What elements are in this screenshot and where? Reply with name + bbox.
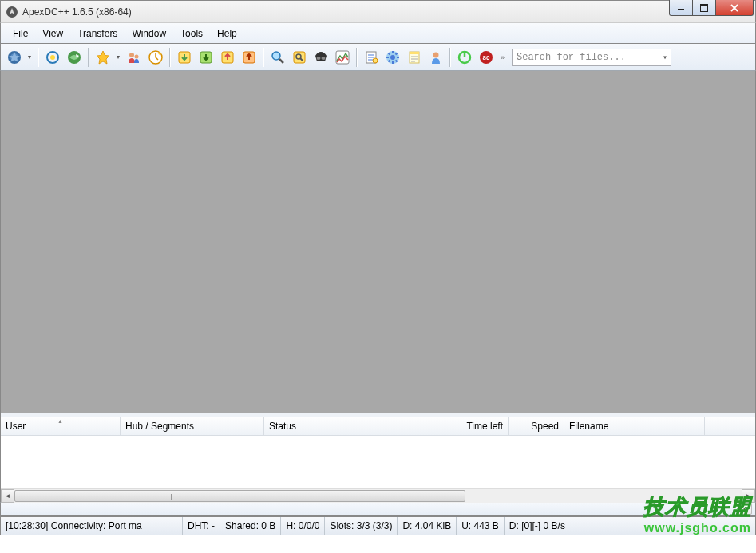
open-filelist-icon[interactable] (361, 47, 382, 68)
close-button[interactable] (715, 0, 754, 16)
svg-point-25 (390, 55, 395, 60)
svg-point-28 (433, 52, 439, 57)
search-placeholder: Search for files... (517, 52, 626, 63)
svg-point-8 (129, 53, 134, 57)
finished-uploads-icon[interactable] (239, 47, 259, 68)
network-stats-icon[interactable] (332, 47, 353, 68)
svg-rect-17 (294, 52, 305, 63)
reconnect-icon[interactable] (42, 47, 63, 68)
column-hub-segments[interactable]: Hub / Segments (121, 417, 264, 435)
menu-help[interactable]: Help (210, 25, 244, 42)
window-controls (669, 1, 755, 22)
svg-point-19 (317, 57, 321, 60)
away-icon[interactable] (425, 47, 446, 68)
status-rate: D: [0][-] 0 B/s (505, 517, 570, 535)
mdi-tab-bar: » (0, 502, 756, 516)
column-filename[interactable]: Filename (564, 417, 705, 435)
public-hubs-icon[interactable] (4, 47, 34, 68)
svg-point-23 (373, 58, 378, 63)
status-hubs: H: 0/0/0 (281, 517, 325, 535)
svg-marker-7 (97, 51, 109, 64)
status-up: U: 443 B (457, 517, 505, 535)
status-dht: DHT: - (183, 517, 220, 535)
window-title: ApexDC++ 1.6.5 (x86-64) (22, 6, 669, 18)
toolbar-overflow-icon[interactable]: » (497, 53, 508, 61)
svg-point-20 (322, 57, 326, 60)
status-slots: Slots: 3/3 (3/3) (325, 517, 398, 535)
menu-window[interactable]: Window (125, 25, 173, 42)
status-shared: Shared: 0 B (220, 517, 281, 535)
scroll-right-button[interactable]: ► (742, 489, 755, 503)
favorite-hubs-icon[interactable] (93, 47, 123, 68)
column-time-left[interactable]: Time left (449, 417, 509, 435)
search-input[interactable]: Search for files... (512, 49, 671, 66)
scroll-thumb[interactable] (14, 490, 465, 502)
recent-hubs-icon[interactable] (145, 47, 166, 68)
svg-point-5 (50, 55, 55, 60)
scroll-track[interactable] (14, 489, 742, 503)
shutdown-icon[interactable] (454, 47, 475, 68)
menu-tools[interactable]: Tools (173, 25, 210, 42)
menu-view[interactable]: View (35, 25, 70, 42)
menu-transfers[interactable]: Transfers (70, 25, 125, 42)
download-queue-icon[interactable] (174, 47, 195, 68)
finished-downloads-icon[interactable] (196, 47, 216, 68)
column-user[interactable]: User ▲ (1, 417, 121, 435)
status-log: [10:28:30] Connectivity: Port ma (1, 517, 183, 535)
toolbar: 80 » Search for files... (0, 44, 756, 71)
status-down: D: 4.04 KiB (398, 517, 457, 535)
horizontal-scrollbar[interactable]: ◄ ► (1, 488, 755, 502)
search-icon[interactable] (267, 47, 288, 68)
app-icon (6, 6, 18, 18)
adl-search-icon[interactable] (289, 47, 310, 68)
minimize-button[interactable] (669, 0, 693, 16)
limiter-icon[interactable]: 80 (476, 47, 497, 68)
svg-point-9 (135, 54, 139, 58)
svg-rect-21 (336, 51, 349, 64)
transfers-panel: User ▲ Hub / Segments Status Time left S… (0, 417, 756, 502)
menubar: File View Transfers Window Tools Help (0, 22, 756, 44)
upload-queue-icon[interactable] (217, 47, 238, 68)
notepad-icon[interactable] (404, 47, 425, 68)
svg-point-16 (272, 52, 280, 60)
column-extra[interactable] (705, 417, 755, 435)
statusbar: [10:28:30] Connectivity: Port ma DHT: - … (0, 516, 756, 535)
mdi-client-area (0, 71, 756, 413)
column-status[interactable]: Status (264, 417, 449, 435)
mdi-overflow-button[interactable]: » (738, 504, 752, 515)
svg-text:80: 80 (483, 54, 490, 61)
transfers-column-headers: User ▲ Hub / Segments Status Time left S… (1, 417, 755, 436)
column-speed[interactable]: Speed (509, 417, 564, 435)
favorite-users-icon[interactable] (124, 47, 144, 68)
maximize-button[interactable] (692, 0, 716, 16)
settings-icon[interactable] (382, 47, 403, 68)
scroll-left-button[interactable]: ◄ (1, 489, 14, 503)
titlebar: ApexDC++ 1.6.5 (x86-64) (0, 0, 756, 22)
search-spy-icon[interactable] (311, 47, 331, 68)
svg-rect-27 (410, 52, 419, 54)
follow-redirect-icon[interactable] (64, 47, 85, 68)
transfers-list[interactable] (1, 436, 755, 488)
sort-ascending-icon: ▲ (57, 418, 63, 424)
menu-file[interactable]: File (6, 25, 35, 42)
